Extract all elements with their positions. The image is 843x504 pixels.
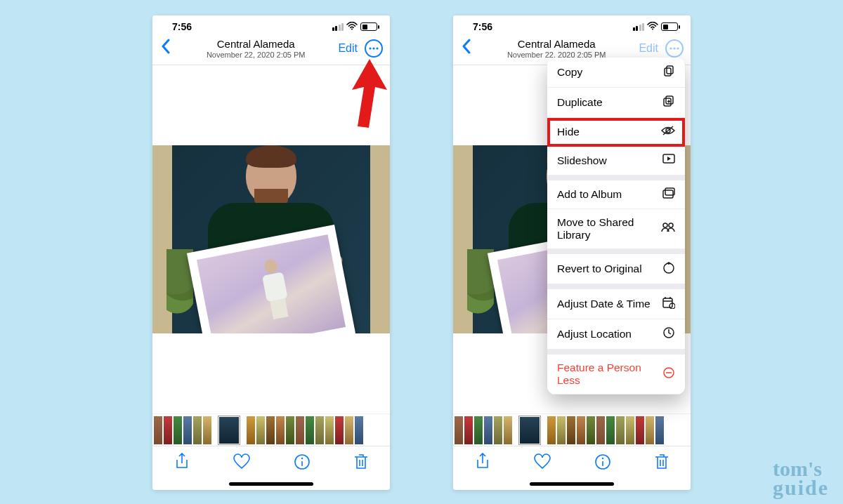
svg-point-1 <box>369 47 371 49</box>
menu-item-feature-person-less[interactable]: Feature a Person Less <box>547 354 685 394</box>
status-bar: 7:56 <box>152 15 390 35</box>
menu-item-duplicate[interactable]: Duplicate <box>547 88 685 118</box>
delete-button[interactable] <box>654 453 669 474</box>
svg-point-12 <box>601 457 603 458</box>
photo-viewer[interactable] <box>152 65 390 413</box>
battery-icon <box>661 22 678 31</box>
back-button[interactable] <box>158 39 174 58</box>
menu-item-add-to-album[interactable]: Add to Album <box>547 180 685 209</box>
menu-item-label: Adjust Location <box>557 328 632 340</box>
header-title: Central Alameda <box>174 38 338 50</box>
svg-point-8 <box>669 47 672 49</box>
home-indicator[interactable] <box>530 482 614 486</box>
home-indicator[interactable] <box>229 482 313 486</box>
svg-point-2 <box>372 47 374 49</box>
thumbnail-selected[interactable] <box>519 416 540 444</box>
svg-rect-24 <box>663 298 672 307</box>
hide-icon <box>661 125 675 139</box>
more-button[interactable] <box>365 39 383 58</box>
phone-screenshot-left: 7:56 Central Alameda November 22, 2020 2… <box>152 15 390 490</box>
bottom-toolbar <box>152 446 390 479</box>
back-button[interactable] <box>459 39 474 58</box>
menu-item-label: Copy <box>557 66 582 79</box>
info-button[interactable] <box>294 453 311 473</box>
watermark-line1: tom's <box>773 459 829 478</box>
status-time: 7:56 <box>172 21 192 32</box>
watermark-line2: guide <box>773 478 829 497</box>
svg-point-3 <box>376 47 378 49</box>
shared-library-icon <box>661 223 675 235</box>
thumbnail-strip[interactable] <box>152 413 390 446</box>
wifi-icon <box>346 22 358 32</box>
menu-item-label: Hide <box>557 126 580 138</box>
menu-item-adjust-location[interactable]: Adjust Location <box>547 319 685 350</box>
menu-item-revert-original[interactable]: Revert to Original <box>547 254 685 284</box>
svg-point-7 <box>652 28 653 29</box>
album-icon <box>662 187 675 201</box>
slideshow-icon <box>662 154 675 168</box>
share-button[interactable] <box>475 453 490 474</box>
menu-item-label: Slideshow <box>557 154 607 167</box>
delete-button[interactable] <box>353 453 369 474</box>
menu-item-copy[interactable]: Copy <box>547 58 685 88</box>
header-subtitle: November 22, 2020 2:05 PM <box>174 51 338 59</box>
edit-button[interactable]: Edit <box>338 42 358 55</box>
svg-point-23 <box>664 263 674 273</box>
svg-point-9 <box>673 47 675 49</box>
menu-item-hide[interactable]: Hide <box>547 118 685 147</box>
menu-item-label: Move to Shared Library <box>557 216 661 241</box>
menu-item-slideshow[interactable]: Slideshow <box>547 147 685 175</box>
copy-icon <box>662 65 675 80</box>
minus-circle-icon <box>662 366 675 382</box>
svg-point-10 <box>677 47 679 49</box>
phone-screenshot-right: 7:56 Central Alameda November 22, 2020 2… <box>453 15 691 490</box>
svg-rect-14 <box>665 68 671 76</box>
svg-rect-19 <box>663 190 673 198</box>
more-button[interactable] <box>665 39 684 58</box>
context-menu: Copy Duplicate Hide Slideshow Add to Alb… <box>547 58 685 394</box>
menu-item-move-shared-library[interactable]: Move to Shared Library <box>547 209 685 249</box>
thumbnail-strip[interactable] <box>453 413 691 446</box>
watermark: tom's guide <box>773 459 829 497</box>
revert-icon <box>662 261 675 277</box>
svg-point-0 <box>351 28 353 29</box>
svg-point-22 <box>669 223 673 227</box>
svg-point-5 <box>301 457 302 458</box>
photo-content <box>152 145 390 333</box>
battery-icon <box>360 22 377 31</box>
svg-point-21 <box>663 223 667 227</box>
svg-rect-13 <box>667 66 673 74</box>
status-bar: 7:56 <box>453 15 691 35</box>
status-time: 7:56 <box>473 21 492 32</box>
location-icon <box>662 326 675 342</box>
edit-button[interactable]: Edit <box>639 42 658 55</box>
thumbnail-selected[interactable] <box>218 416 240 444</box>
duplicate-icon <box>662 95 675 110</box>
menu-item-label: Adjust Date & Time <box>557 298 651 310</box>
menu-item-adjust-date-time[interactable]: Adjust Date & Time <box>547 289 685 319</box>
date-time-icon <box>662 296 675 312</box>
svg-rect-15 <box>666 96 673 104</box>
favorite-button[interactable] <box>233 453 251 473</box>
favorite-button[interactable] <box>533 453 551 473</box>
cellular-icon <box>633 23 645 31</box>
menu-item-label: Add to Album <box>557 188 622 201</box>
nav-header: Central Alameda November 22, 2020 2:05 P… <box>152 35 390 65</box>
share-button[interactable] <box>174 453 190 474</box>
cellular-icon <box>332 23 344 31</box>
menu-item-label: Duplicate <box>557 96 603 109</box>
bottom-toolbar <box>453 446 691 479</box>
info-button[interactable] <box>594 453 611 473</box>
menu-item-label: Revert to Original <box>557 263 642 275</box>
menu-item-label: Feature a Person Less <box>557 362 662 387</box>
header-title: Central Alameda <box>474 38 639 50</box>
wifi-icon <box>647 22 658 32</box>
svg-rect-16 <box>664 98 671 106</box>
